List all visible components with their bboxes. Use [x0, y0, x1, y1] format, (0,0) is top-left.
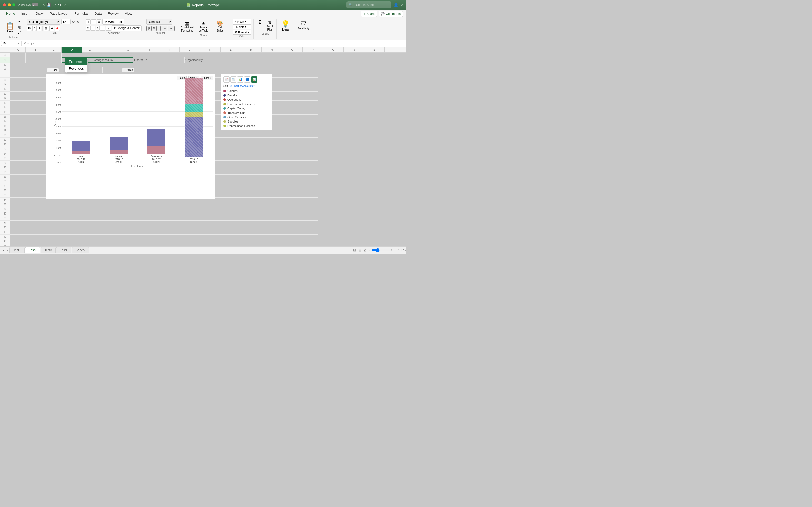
undo-icon[interactable]: ↩: [53, 3, 56, 7]
col-header-U[interactable]: U: [405, 47, 406, 53]
zoom-slider[interactable]: [372, 248, 392, 252]
cell-A4[interactable]: [10, 57, 26, 63]
sheet-tab-sheet2[interactable]: Sheet2: [72, 247, 89, 253]
col-header-R[interactable]: R: [344, 47, 364, 53]
col-header-H[interactable]: H: [139, 47, 159, 53]
ideas-button[interactable]: 💡 Ideas: [279, 19, 292, 32]
align-left-button[interactable]: ≡: [86, 26, 90, 31]
cell-empty-e6[interactable]: [103, 67, 118, 73]
cells-41[interactable]: [10, 230, 318, 234]
cell-B4[interactable]: [26, 57, 46, 63]
cell-F3-rest[interactable]: [97, 53, 251, 57]
cell-H4-filtered[interactable]: Filtered To: [133, 57, 185, 63]
cells-36[interactable]: [10, 207, 318, 212]
align-middle-button[interactable]: ↔: [91, 19, 96, 24]
tab-view[interactable]: View: [122, 10, 135, 17]
page-break-view-icon[interactable]: ⊠: [363, 248, 366, 252]
cell-right-6[interactable]: [139, 67, 292, 73]
decrease-decimal-button[interactable]: .←: [161, 26, 167, 31]
off-badge[interactable]: OFF: [32, 3, 39, 6]
wrap-text-button[interactable]: ↵ Wrap Text: [102, 19, 124, 24]
cells-42[interactable]: [10, 234, 318, 239]
cell-reference-input[interactable]: [1, 41, 16, 46]
bold-button[interactable]: B: [27, 26, 32, 31]
home-icon[interactable]: ⌂: [43, 3, 45, 7]
cell-B3[interactable]: [26, 53, 46, 57]
filter-tag-close[interactable]: ✕: [123, 69, 125, 71]
col-header-O[interactable]: O: [282, 47, 303, 53]
expand-icon[interactable]: ▽: [401, 3, 403, 7]
font-size-input[interactable]: [61, 19, 70, 24]
format-cells-button[interactable]: ⚙ Format ▾: [233, 30, 251, 35]
tab-next-button[interactable]: ›: [6, 248, 9, 252]
search-input[interactable]: [353, 2, 389, 8]
increase-indent-button[interactable]: →: [106, 26, 111, 31]
tab-formulas[interactable]: Formulas: [71, 10, 92, 17]
col-header-I[interactable]: I: [159, 47, 180, 53]
currency-button[interactable]: $: [146, 26, 151, 31]
cell-C3[interactable]: [46, 53, 61, 57]
formula-input[interactable]: [35, 41, 405, 46]
col-header-C[interactable]: C: [46, 47, 61, 53]
show-dropdown-overlay[interactable]: Expenses Revenues: [65, 58, 88, 72]
cell-A3[interactable]: [10, 53, 26, 57]
chart-type-pie[interactable]: 🔵: [244, 76, 250, 82]
dropdown-item-revenues[interactable]: Revenues: [65, 65, 88, 72]
save-icon[interactable]: 💾: [47, 3, 51, 7]
search-area[interactable]: 🔍: [347, 1, 391, 8]
back-button[interactable]: ← Back: [47, 68, 59, 72]
cell-J4-organized[interactable]: Organized By: [185, 57, 236, 63]
comments-button[interactable]: 💬 Comments: [378, 11, 403, 17]
font-family-dropdown[interactable]: Calibri (Body): [27, 19, 60, 24]
zoom-plus-icon[interactable]: +: [394, 248, 396, 252]
more-icon[interactable]: ▽: [63, 3, 66, 7]
cells-40[interactable]: [10, 225, 318, 230]
col-header-A[interactable]: A: [10, 47, 26, 53]
col-header-L[interactable]: L: [220, 47, 241, 53]
underline-button[interactable]: U: [37, 26, 41, 31]
format-painter-button[interactable]: 🖌: [17, 30, 22, 35]
align-center-button[interactable]: ☰: [90, 26, 95, 31]
col-header-D[interactable]: D: [61, 47, 82, 53]
sort-filter-button[interactable]: ⇅ Sort &Filter: [265, 19, 275, 32]
align-top-button[interactable]: ⬆: [86, 19, 91, 24]
col-header-T[interactable]: T: [385, 47, 405, 53]
cut-button[interactable]: ✂: [17, 19, 22, 24]
cells-44[interactable]: [10, 244, 318, 246]
zoom-minus-icon[interactable]: -: [368, 248, 369, 252]
col-header-P[interactable]: P: [303, 47, 323, 53]
col-header-J[interactable]: J: [180, 47, 200, 53]
align-bottom-button[interactable]: ⬇: [97, 19, 101, 24]
cells-area[interactable]: Show Expenses ▾ Categorized By Filtered …: [10, 53, 406, 246]
paste-button[interactable]: 📋 Paste: [4, 21, 16, 33]
cell-row5[interactable]: [10, 63, 318, 67]
col-header-S[interactable]: S: [364, 47, 385, 53]
profile-icon[interactable]: 👤: [394, 3, 399, 7]
number-format-dropdown[interactable]: General: [146, 19, 172, 24]
sensitivity-button[interactable]: 🛡 Sensitivity: [297, 19, 310, 31]
minimize-button[interactable]: [8, 3, 11, 6]
sheet-tab-test1[interactable]: Test1: [9, 247, 24, 253]
tab-review[interactable]: Review: [105, 10, 122, 17]
font-color-button[interactable]: A: [55, 26, 60, 31]
sheet-tab-test2[interactable]: Test2: [25, 247, 40, 253]
col-header-Q[interactable]: Q: [323, 47, 344, 53]
cells-38[interactable]: [10, 216, 318, 221]
cells-35[interactable]: [10, 202, 318, 207]
tab-data[interactable]: Data: [92, 10, 105, 17]
dropdown-item-expenses[interactable]: Expenses: [65, 58, 88, 65]
tab-home[interactable]: Home: [3, 10, 18, 17]
cell-back-btn[interactable]: ← Back: [46, 67, 67, 73]
sum-button[interactable]: Σ ▾: [256, 19, 264, 32]
tab-insert[interactable]: Insert: [18, 10, 33, 17]
copy-button[interactable]: ⎘: [17, 24, 22, 30]
fill-color-button[interactable]: A: [50, 26, 54, 31]
col-header-N[interactable]: N: [262, 47, 282, 53]
col-header-K[interactable]: K: [200, 47, 220, 53]
page-layout-view-icon[interactable]: ⊞: [358, 248, 361, 252]
insert-function-icon[interactable]: ƒx: [31, 42, 34, 45]
comma-button[interactable]: ,: [157, 26, 160, 31]
conditional-formatting-button[interactable]: ▦ ConditionalFormatting: [180, 19, 195, 33]
chart-type-bar-active[interactable]: 📊: [251, 76, 257, 82]
sort-link[interactable]: By Chart of Accounts ▾: [229, 84, 255, 88]
